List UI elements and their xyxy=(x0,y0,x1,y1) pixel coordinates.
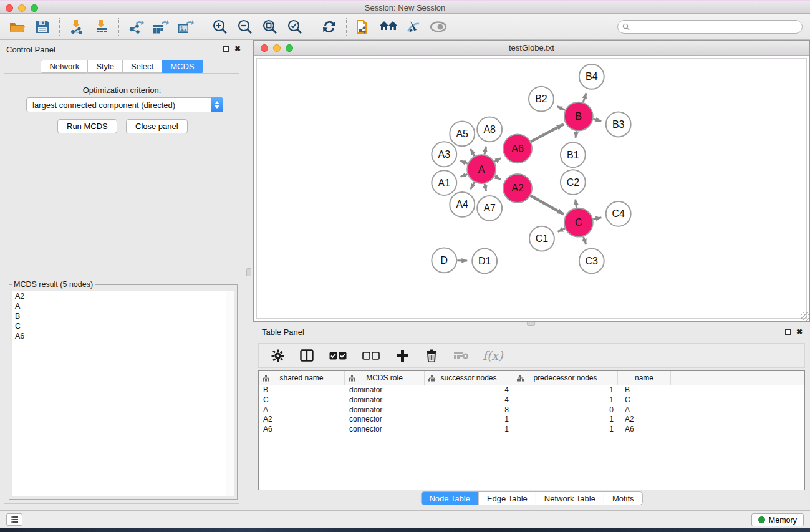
graph-edge-C-C2[interactable] xyxy=(576,200,577,208)
graph-node-B[interactable]: B xyxy=(564,102,593,131)
graph-node-A8[interactable]: A8 xyxy=(477,117,502,142)
add-column-button[interactable] xyxy=(393,346,411,365)
open-session-button[interactable] xyxy=(5,17,30,37)
tab-node-table[interactable]: Node Table xyxy=(421,492,478,505)
graph-edge-A-A1[interactable] xyxy=(461,174,468,177)
graph-edge-C-C3[interactable] xyxy=(584,236,586,244)
tab-motifs[interactable]: Motifs xyxy=(604,492,642,505)
graph-edge-B-B3[interactable] xyxy=(593,119,601,121)
zoom-selected-button[interactable] xyxy=(282,17,307,37)
export-table-button[interactable] xyxy=(148,17,173,37)
graph-edge-A2-C[interactable] xyxy=(531,196,564,215)
graph-node-D[interactable]: D xyxy=(432,248,456,273)
run-mcds-button[interactable]: Run MCDS xyxy=(57,119,117,133)
column-header-mcds-role[interactable]: MCDS role xyxy=(345,371,425,385)
network-canvas[interactable]: AA1A2A3A4A5A6A7A8BB1B2B3B4CC1C2C3C4DD1 xyxy=(256,58,807,319)
graph-edge-C-C4[interactable] xyxy=(593,218,601,220)
overview-button[interactable] xyxy=(426,17,451,37)
float-panel-icon[interactable] xyxy=(223,46,229,52)
import-table-button[interactable] xyxy=(89,17,114,37)
mcds-result-item[interactable]: A6 xyxy=(12,331,234,341)
delete-table-button[interactable] xyxy=(452,346,471,365)
graph-node-B4[interactable]: B4 xyxy=(579,64,604,89)
mcds-result-item[interactable]: A2 xyxy=(12,291,234,301)
delete-column-button[interactable] xyxy=(423,346,440,365)
graph-edge-A-A4[interactable] xyxy=(471,182,475,189)
criterion-select[interactable]: largest connected component (directed) xyxy=(26,97,223,112)
import-network-button[interactable] xyxy=(64,17,89,37)
column-header-predecessor-nodes[interactable]: predecessor nodes xyxy=(513,371,618,385)
close-panel-icon[interactable]: ✖ xyxy=(796,329,803,335)
graph-node-C4[interactable]: C4 xyxy=(606,201,631,226)
copy-network-button[interactable] xyxy=(351,17,376,37)
graph-node-B1[interactable]: B1 xyxy=(561,142,586,167)
search-box[interactable] xyxy=(617,20,803,34)
graph-edge-A-A7[interactable] xyxy=(485,184,486,191)
graph-node-A3[interactable]: A3 xyxy=(432,142,456,167)
graph-edge-B-B2[interactable] xyxy=(557,106,565,110)
graph-node-C1[interactable]: C1 xyxy=(529,226,554,251)
column-header-shared-name[interactable]: shared name xyxy=(259,371,345,385)
table-row[interactable]: Bdominator41B xyxy=(259,385,804,395)
tab-edge-table[interactable]: Edge Table xyxy=(478,492,536,505)
graph-edge-B-B1[interactable] xyxy=(576,131,577,137)
graph-node-C3[interactable]: C3 xyxy=(579,249,604,274)
tab-network-table[interactable]: Network Table xyxy=(536,492,604,505)
mcds-result-item[interactable]: A xyxy=(12,301,234,311)
network-window-titlebar[interactable]: testGlobe.txt xyxy=(254,41,809,56)
table-settings-button[interactable] xyxy=(269,346,286,365)
table-row[interactable]: Cdominator41C xyxy=(259,395,804,405)
export-image-button[interactable] xyxy=(173,17,198,37)
refresh-layout-button[interactable] xyxy=(317,17,342,37)
export-network-button[interactable] xyxy=(123,17,148,37)
home-button[interactable] xyxy=(376,17,401,37)
mcds-result-item[interactable]: C xyxy=(12,321,234,331)
graph-edge-B-B4[interactable] xyxy=(583,93,586,102)
graph-edge-C-C1[interactable] xyxy=(558,228,565,231)
task-history-button[interactable] xyxy=(6,513,22,526)
mcds-result-list[interactable]: A2ABCA6 xyxy=(12,291,234,496)
graph-node-A1[interactable]: A1 xyxy=(432,170,456,195)
table-row[interactable]: Adominator80A xyxy=(259,405,804,415)
zoom-in-button[interactable] xyxy=(208,17,233,37)
graph-node-D1[interactable]: D1 xyxy=(472,249,497,274)
column-header-name[interactable]: name xyxy=(618,371,671,385)
select-all-button[interactable] xyxy=(327,346,349,365)
tab-select[interactable]: Select xyxy=(123,60,162,73)
table-row[interactable]: A2connector11A2 xyxy=(259,415,804,425)
graph-node-A5[interactable]: A5 xyxy=(450,122,475,147)
mcds-result-item[interactable]: B xyxy=(12,311,234,321)
zoom-fit-button[interactable] xyxy=(258,17,282,37)
graph-node-C[interactable]: C xyxy=(564,208,593,237)
deselect-all-button[interactable] xyxy=(360,346,382,365)
graph-node-A4[interactable]: A4 xyxy=(450,192,475,217)
memory-button[interactable]: Memory xyxy=(751,513,804,526)
tab-mcds[interactable]: MCDS xyxy=(162,60,203,73)
close-panel-button[interactable]: Close panel xyxy=(126,119,188,133)
search-input[interactable] xyxy=(632,21,802,32)
graph-node-C2[interactable]: C2 xyxy=(561,170,586,195)
show-columns-button[interactable] xyxy=(298,346,316,365)
graph-edge-A-A2[interactable] xyxy=(494,176,500,179)
save-session-button[interactable] xyxy=(30,17,55,37)
graph-node-A6[interactable]: A6 xyxy=(503,134,532,163)
graph-edge-A-A3[interactable] xyxy=(460,161,468,164)
graph-node-A[interactable]: A xyxy=(467,155,496,183)
column-header-successor-nodes[interactable]: successor nodes xyxy=(425,371,513,385)
zoom-out-button[interactable] xyxy=(233,17,258,37)
tab-style[interactable]: Style xyxy=(88,60,123,73)
graph-node-A7[interactable]: A7 xyxy=(477,196,502,221)
graph-edge-A6-B[interactable] xyxy=(531,124,564,142)
graph-node-B2[interactable]: B2 xyxy=(529,87,554,112)
toggle-graphics-details-button[interactable] xyxy=(401,17,426,37)
apply-function-button[interactable]: f(x) xyxy=(483,349,503,362)
float-panel-icon[interactable] xyxy=(785,329,791,335)
graph-node-B3[interactable]: B3 xyxy=(606,112,631,137)
graph-edge-A-A8[interactable] xyxy=(485,147,486,155)
table-row[interactable]: A6connector11A6 xyxy=(259,425,804,435)
close-panel-icon[interactable]: ✖ xyxy=(234,46,241,52)
vertical-split-grip[interactable] xyxy=(246,268,251,276)
window-resize-grip[interactable] xyxy=(801,312,809,321)
graph-node-A2[interactable]: A2 xyxy=(503,174,532,203)
tab-network[interactable]: Network xyxy=(41,60,88,73)
